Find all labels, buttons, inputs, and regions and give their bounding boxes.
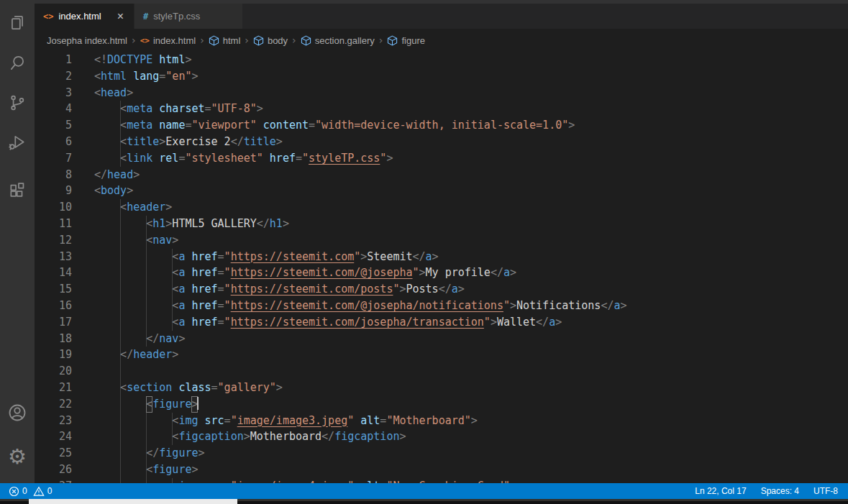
code-line[interactable]: 8</head>: [35, 167, 848, 183]
line-number: 6: [35, 134, 72, 150]
symbol-cube-icon: [209, 35, 219, 46]
code-line[interactable]: 22<figure>: [35, 396, 848, 413]
search-icon[interactable]: [0, 47, 35, 79]
code-line[interactable]: 6<title>Exercise 2</title>: [35, 134, 848, 150]
line-number: 27: [35, 478, 72, 483]
code-line[interactable]: 11<h1>HTML5 GALLERY</h1>: [35, 216, 848, 232]
breadcrumb-figure[interactable]: figure: [387, 35, 425, 46]
line-number: 4: [35, 101, 72, 117]
line-number: 7: [35, 150, 72, 167]
encoding-setting[interactable]: UTF-8: [811, 483, 841, 499]
css-file-icon: #: [143, 12, 148, 22]
symbol-cube-icon: [387, 35, 398, 46]
tab-bar: <> index.html × # styleTp.css: [35, 4, 848, 29]
account-icon[interactable]: [0, 397, 35, 429]
code-line[interactable]: 24<figcaption>Motherboard</figcaption>: [35, 429, 848, 445]
tab-label: index.html: [58, 11, 101, 22]
error-count: 0: [22, 486, 27, 496]
warning-icon: [33, 486, 45, 497]
line-number: 12: [35, 232, 72, 249]
line-number: 22: [35, 396, 72, 413]
status-bar: 0 0 Ln 22, Col 17 Spaces: 4 UTF-8: [0, 483, 848, 499]
taskbar-strip: [0, 499, 848, 504]
source-control-icon[interactable]: [0, 87, 35, 119]
line-number: 14: [35, 265, 72, 281]
code-line[interactable]: 5<meta name="viewport" content="width=de…: [35, 117, 848, 134]
html-file-icon: <>: [140, 36, 150, 45]
breadcrumb-separator: ›: [245, 35, 249, 46]
code-line[interactable]: 10<header>: [35, 199, 848, 216]
code-line[interactable]: 19</header>: [35, 347, 848, 363]
line-number: 23: [35, 413, 72, 429]
line-number: 24: [35, 429, 72, 445]
line-number: 26: [35, 462, 72, 478]
extensions-icon[interactable]: [0, 175, 35, 206]
line-number: 5: [35, 117, 72, 134]
vscode-window: ⚙ <> index.html × # styleTp.css Josepha …: [0, 0, 848, 504]
taskbar-band: [29, 499, 237, 504]
code-line[interactable]: 21<section class="gallery">: [35, 380, 848, 396]
line-number: 3: [35, 85, 72, 101]
code-line[interactable]: 3<head>: [35, 85, 848, 101]
line-number: 1: [35, 52, 72, 68]
tab-index-html[interactable]: <> index.html ×: [35, 4, 134, 29]
code-line[interactable]: 15<a href="https://steemit.com/posts">Po…: [35, 281, 848, 298]
code-line[interactable]: 4<meta charset="UTF-8">: [35, 101, 848, 117]
line-number: 8: [35, 167, 72, 183]
line-number: 20: [35, 363, 72, 380]
code-line[interactable]: 1<!DOCTYPE html>: [35, 52, 848, 68]
symbol-cube-icon: [253, 35, 264, 46]
code-line[interactable]: 25</figure>: [35, 445, 848, 462]
tab-styletp-css[interactable]: # styleTp.css: [135, 4, 242, 29]
line-number: 16: [35, 298, 72, 314]
line-number: 15: [35, 281, 72, 298]
breadcrumb-section-gallery[interactable]: section.gallery: [301, 35, 375, 46]
code-line[interactable]: 16<a href="https://steemit.com/@josepha/…: [35, 298, 848, 314]
code-line[interactable]: 7<link rel="stylesheet" href="styleTP.cs…: [35, 150, 848, 167]
indent-guide: [120, 363, 121, 380]
code-line[interactable]: 17<a href="https://steemit.com/josepha/t…: [35, 314, 848, 331]
line-number: 11: [35, 216, 72, 232]
line-number: 25: [35, 445, 72, 462]
breadcrumb-file[interactable]: <>index.html: [140, 35, 196, 46]
line-number: 21: [35, 380, 72, 396]
line-number: 10: [35, 199, 72, 216]
code-line[interactable]: 27<img src="image/image4.jpeg" alt="New …: [35, 478, 848, 483]
breadcrumb: Josepha index.html › <>index.html › html…: [35, 29, 848, 52]
code-line[interactable]: 2<html lang="en">: [35, 68, 848, 85]
symbol-cube-icon: [301, 35, 311, 46]
error-icon: [9, 486, 19, 497]
code-line[interactable]: 12<nav>: [35, 232, 848, 249]
code-editor[interactable]: 1<!DOCTYPE html>2<html lang="en">3<head>…: [35, 52, 848, 483]
line-number: 18: [35, 331, 72, 347]
code-line[interactable]: 14<a href="https://steemit.com/@josepha"…: [35, 265, 848, 281]
explorer-icon[interactable]: [0, 6, 35, 38]
code-line[interactable]: 20: [35, 363, 848, 380]
code-line[interactable]: 13<a href="https://steemit.com">Steemit<…: [35, 249, 848, 265]
code-line[interactable]: 18</nav>: [35, 331, 848, 347]
line-number: 19: [35, 347, 72, 363]
run-debug-icon[interactable]: [0, 127, 35, 158]
cursor-position[interactable]: Ln 22, Col 17: [692, 483, 749, 499]
breadcrumb-body[interactable]: body: [253, 35, 288, 46]
code-line[interactable]: 23<img src="image/image3.jpeg" alt="Moth…: [35, 413, 848, 429]
code-line[interactable]: 26<figure>: [35, 462, 848, 478]
line-number: 17: [35, 314, 72, 331]
activity-bar: ⚙: [0, 0, 35, 483]
breadcrumb-folder[interactable]: Josepha index.html: [47, 35, 127, 46]
line-number: 2: [35, 68, 72, 85]
tab-label: styleTp.css: [153, 11, 200, 22]
warning-count: 0: [47, 486, 53, 496]
line-number: 13: [35, 249, 72, 265]
problems-indicator[interactable]: 0 0: [6, 483, 55, 499]
indentation-setting[interactable]: Spaces: 4: [758, 483, 802, 499]
code-line[interactable]: 9<body>: [35, 183, 848, 199]
breadcrumb-separator: ›: [200, 35, 204, 46]
breadcrumb-separator: ›: [292, 35, 296, 46]
breadcrumb-html[interactable]: html: [209, 35, 241, 46]
html-file-icon: <>: [43, 12, 53, 22]
settings-gear-icon[interactable]: ⚙: [0, 441, 35, 472]
breadcrumb-separator: ›: [132, 35, 136, 46]
line-number: 9: [35, 183, 72, 199]
close-icon[interactable]: ×: [116, 11, 125, 22]
